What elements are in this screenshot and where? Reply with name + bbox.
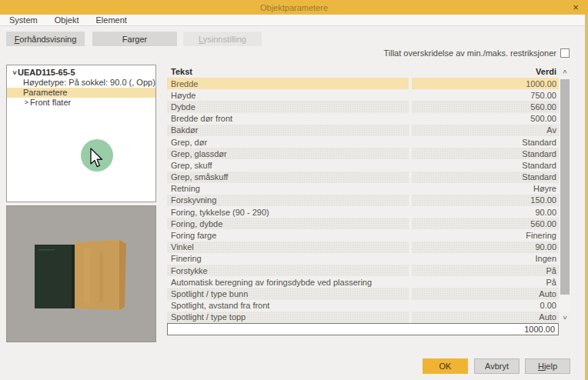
table-row[interactable]: Spotlight / type bunn Auto (167, 288, 559, 299)
window-title: Objektparametere (260, 3, 328, 12)
table-row[interactable]: Retning Høyre (167, 183, 559, 195)
row-value-cell[interactable]: 150.00 (412, 195, 559, 206)
table-row[interactable]: Bakdør Av (167, 125, 559, 136)
row-value-cell[interactable]: 560.00 (412, 218, 559, 229)
row-label-cell[interactable]: Finering (167, 253, 409, 265)
table-row[interactable]: Grep, glassdør Standard (167, 148, 559, 159)
table-row[interactable]: Grep, dør Standard (167, 136, 559, 148)
override-restrictions-checkbox[interactable] (560, 48, 570, 58)
row-value-cell[interactable]: Av (412, 125, 559, 136)
chevron-down-icon[interactable]: > (9, 69, 19, 76)
tree-item-parametere[interactable]: Parametere (7, 88, 155, 98)
window-right-border (585, 15, 588, 380)
table-row[interactable]: Vinkel 90.00 (167, 242, 559, 253)
row-label-cell[interactable]: Spotlight / type topp (167, 312, 409, 323)
table-row[interactable]: Bredde 1000.00 (167, 78, 559, 89)
menu-item-system[interactable]: System (9, 15, 38, 25)
close-icon: × (573, 2, 579, 13)
row-value-cell[interactable]: På (412, 265, 559, 276)
table-row[interactable]: Forstykke På (167, 265, 559, 276)
ok-button[interactable]: OK (423, 358, 468, 374)
value-edit-input[interactable] (167, 323, 559, 335)
table-row[interactable]: Spotlight / type topp Auto (167, 312, 559, 323)
table-row[interactable]: Foring, dybde 560.00 (167, 218, 559, 229)
chevron-up-icon: > (561, 69, 569, 73)
cabinet-preview-image (7, 206, 155, 342)
row-value-cell[interactable]: 750.00 (412, 89, 559, 101)
chevron-down-icon: > (561, 315, 569, 319)
menubar: System Objekt Element (0, 15, 588, 26)
row-label-cell[interactable]: Grep, glassdør (167, 148, 409, 159)
cancel-button[interactable]: Avbryt (474, 358, 520, 374)
close-button[interactable]: × (570, 1, 582, 13)
row-value-cell[interactable]: Standard (412, 172, 559, 183)
row-label-cell[interactable]: Foring farge (167, 229, 409, 241)
row-label-cell[interactable]: Høyde (167, 89, 409, 101)
row-value-cell[interactable]: Finering (412, 229, 559, 241)
table-row[interactable]: Dybde 560.00 (167, 101, 559, 112)
object-parameters-dialog: Objektparametere × System Objekt Element… (0, 0, 588, 380)
row-value-cell[interactable]: Standard (412, 148, 559, 159)
row-label-cell[interactable]: Spotlight, avstand fra front (167, 300, 409, 312)
scrollbar-thumb[interactable] (560, 79, 570, 295)
row-label-cell[interactable]: Bredde (167, 78, 409, 89)
scroll-up-button[interactable]: > (560, 66, 570, 76)
tab-lysinnstilling: Lysinnstilling (183, 32, 262, 46)
row-value-cell[interactable]: 560.00 (412, 101, 559, 112)
row-label-cell[interactable]: Grep, småskuff (167, 172, 409, 183)
tab-forhandsvisning[interactable]: Forhåndsvisning (6, 32, 85, 46)
table-row[interactable]: Foring farge Finering (167, 229, 559, 241)
table-row[interactable]: Automatisk beregning av foringsdybde ved… (167, 276, 559, 288)
chevron-right-icon[interactable]: > (23, 98, 30, 108)
row-label-cell[interactable]: Bakdør (167, 125, 409, 136)
row-value-cell[interactable]: Auto (412, 288, 559, 299)
tree-item-hoydetype[interactable]: Høydetype: På sokkel: 90.0 (, Opp) (7, 78, 155, 88)
tab-farger[interactable]: Farger (92, 32, 177, 46)
column-header-tekst: Tekst (167, 67, 192, 76)
override-restrictions-label: Tillat overskridelse av min./maks. restr… (383, 48, 556, 58)
override-restrictions-row: Tillat overskridelse av min./maks. restr… (383, 48, 570, 58)
row-label-cell[interactable]: Dybde (167, 101, 409, 112)
row-label-cell[interactable]: Retning (167, 183, 409, 195)
tree-item-root[interactable]: > UEAD115-65-5 (7, 68, 155, 78)
table-row[interactable]: Forskyvning 150.00 (167, 195, 559, 206)
row-value-cell[interactable]: Ingen (412, 253, 559, 265)
table-row[interactable]: Grep, skuff Standard (167, 159, 559, 171)
row-value-cell[interactable]: Auto (412, 312, 559, 323)
table-row[interactable]: Grep, småskuff Standard (167, 172, 559, 183)
row-value-cell[interactable]: Standard (412, 159, 559, 171)
table-row[interactable]: Foring, tykkelse (90 - 290) 90.00 (167, 206, 559, 218)
menu-item-objekt[interactable]: Objekt (55, 15, 79, 25)
row-value-cell[interactable]: Standard (412, 136, 559, 148)
row-label-cell[interactable]: Foring, tykkelse (90 - 290) (167, 206, 409, 218)
row-value-cell[interactable]: 1000.00 (412, 78, 559, 89)
row-label-cell[interactable]: Forskyvning (167, 195, 409, 206)
menu-item-element[interactable]: Element (95, 15, 126, 25)
row-label-cell[interactable]: Vinkel (167, 242, 409, 253)
row-label-cell[interactable]: Grep, skuff (167, 159, 409, 171)
mouse-cursor-icon (89, 148, 103, 168)
scroll-down-button[interactable]: > (560, 312, 570, 322)
row-value-cell[interactable]: 90.00 (412, 242, 559, 253)
row-value-cell[interactable]: 0.00 (412, 300, 559, 312)
tree-item-front-flater[interactable]: > Front flater (7, 98, 155, 108)
row-label-cell[interactable]: Automatisk beregning av foringsdybde ved… (167, 276, 409, 288)
row-value-cell[interactable]: Høyre (412, 183, 559, 195)
table-row[interactable]: Høyde 750.00 (167, 89, 559, 101)
row-label-cell[interactable]: Foring, dybde (167, 218, 409, 229)
parameter-table-body: Bredde 1000.00 Høyde 750.00 Dybde 560.00… (167, 78, 559, 323)
row-label-cell[interactable]: Bredde dør front (167, 113, 409, 125)
row-value-cell[interactable]: 90.00 (412, 206, 559, 218)
row-label-cell[interactable]: Forstykke (167, 265, 409, 276)
table-row[interactable]: Bredde dør front 500.00 (167, 113, 559, 125)
help-button[interactable]: Hjelp (525, 358, 570, 374)
table-row[interactable]: Finering Ingen (167, 253, 559, 265)
row-label-cell[interactable]: Spotlight / type bunn (167, 288, 409, 299)
row-value-cell[interactable]: 500.00 (412, 113, 559, 125)
row-label-cell[interactable]: Grep, dør (167, 136, 409, 148)
column-header-verdi: Verdi (536, 67, 559, 76)
table-row[interactable]: Spotlight, avstand fra front 0.00 (167, 300, 559, 312)
row-value-cell[interactable]: På (412, 276, 559, 288)
table-header: Tekst Verdi (167, 65, 559, 78)
table-scrollbar[interactable]: > > (560, 66, 570, 322)
